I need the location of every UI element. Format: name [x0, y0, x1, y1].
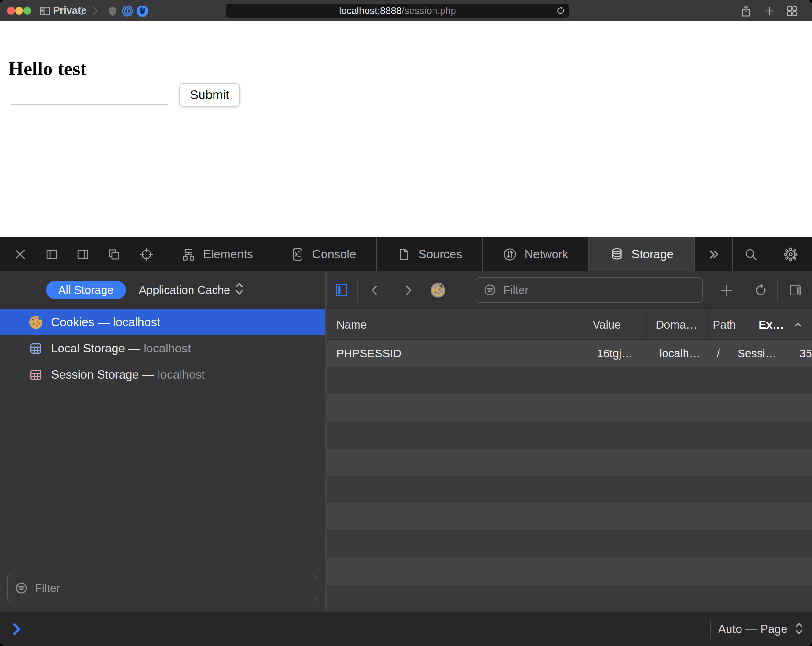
column-divider[interactable] — [585, 311, 585, 338]
tree-item-session-storage[interactable]: Session Storage — localhost — [0, 361, 325, 388]
cookies-table-panel: Name Value Doma… Path Ex… PHPSESSID — [327, 271, 812, 612]
chevron-up-down-icon — [235, 282, 244, 299]
storage-panel: All Storage Application Cache Cookies — … — [0, 271, 812, 612]
content-blocker-hand-icon[interactable] — [135, 4, 150, 18]
cell-path: / — [717, 340, 720, 367]
submit-button[interactable]: Submit — [179, 83, 240, 107]
cookie-icon — [28, 314, 44, 331]
reload-icon[interactable] — [556, 6, 565, 15]
table-empty-row — [327, 476, 812, 503]
minimize-window-button[interactable] — [15, 7, 23, 15]
tab-sources[interactable]: Sources — [376, 237, 482, 271]
new-tab-plus-icon[interactable] — [762, 4, 777, 18]
table-filter-input[interactable] — [503, 283, 702, 297]
inspector-tabbar: Elements Console Sources Network Storage — [0, 237, 812, 271]
address-bar[interactable]: localhost:8888/session.php — [226, 3, 569, 18]
filter-icon — [14, 581, 29, 595]
toolbar-divider — [708, 279, 708, 302]
cookie-icon — [426, 271, 450, 309]
cell-name: PHPSESSID — [336, 340, 401, 367]
cell-size: 35 — [800, 340, 812, 367]
tab-storage[interactable]: Storage — [588, 237, 694, 271]
settings-gear-icon[interactable] — [769, 237, 812, 271]
close-inspector-button[interactable] — [4, 237, 36, 271]
sidebar-icon[interactable] — [38, 4, 52, 18]
execution-context-picker[interactable]: Auto — Page — [710, 620, 804, 638]
bottombar-divider — [710, 620, 711, 638]
sidebar-toggle-icon[interactable] — [331, 271, 352, 309]
table-icon — [28, 367, 44, 383]
sidebar-filter-field[interactable] — [7, 575, 316, 601]
column-header-path[interactable]: Path — [713, 309, 736, 340]
undock-window-icon[interactable] — [98, 237, 130, 271]
tree-item-cookies[interactable]: Cookies — localhost — [0, 309, 325, 335]
column-divider[interactable] — [753, 311, 754, 338]
more-tabs-icon[interactable] — [694, 237, 733, 271]
share-icon[interactable] — [739, 4, 753, 18]
forward-chevron-icon[interactable] — [398, 271, 418, 309]
search-icon[interactable] — [733, 237, 769, 271]
application-cache-dropdown[interactable]: Application Cache — [139, 282, 244, 299]
storage-sidebar: All Storage Application Cache Cookies — … — [0, 271, 325, 612]
storage-tree: Cookies — localhost Local Storage — loca… — [0, 309, 325, 612]
table-filter-field[interactable] — [476, 277, 703, 303]
tab-label: Console — [312, 248, 356, 261]
zoom-window-button[interactable] — [23, 7, 31, 15]
url-host: localhost:8888 — [339, 5, 401, 16]
quick-console-bar[interactable]: Auto — Page — [0, 612, 812, 646]
column-divider[interactable] — [646, 311, 647, 338]
tab-network[interactable]: Network — [482, 237, 588, 271]
web-page-content: Hello test Submit — [0, 21, 812, 237]
close-window-button[interactable] — [7, 7, 15, 15]
sidebar-filter-input[interactable] — [34, 581, 316, 595]
cookie-row-phpsessid[interactable]: PHPSESSID 16tgj… localh… / Sessi… 35 — [327, 340, 812, 367]
cell-domain: localh… — [659, 340, 701, 367]
column-divider[interactable] — [708, 311, 709, 338]
column-header-name[interactable]: Name — [336, 309, 366, 340]
tree-item-local-storage[interactable]: Local Storage — localhost — [0, 335, 325, 361]
tab-label: Network — [524, 248, 568, 261]
cell-expires: Sessi… — [737, 340, 777, 367]
onepassword-extension-icon[interactable] — [121, 4, 134, 18]
table-empty-row — [327, 503, 812, 530]
tree-item-label: Local Storage — localhost — [51, 342, 191, 355]
table-empty-row — [327, 557, 812, 585]
dock-left-icon[interactable] — [36, 237, 67, 271]
column-header-domain[interactable]: Doma… — [656, 309, 697, 340]
toolbar-divider — [777, 279, 778, 302]
chevron-up-down-icon — [795, 622, 804, 637]
add-cookie-plus-icon[interactable] — [716, 271, 737, 309]
tab-overview-grid-icon[interactable] — [785, 4, 799, 18]
tree-item-label: Cookies — localhost — [51, 315, 160, 329]
forward-icon[interactable] — [88, 4, 102, 18]
all-storage-button[interactable]: All Storage — [46, 281, 126, 299]
tab-elements[interactable]: Elements — [164, 237, 270, 271]
refresh-icon[interactable] — [750, 271, 772, 309]
table-empty-row — [327, 367, 812, 394]
details-panel-toggle-icon[interactable] — [784, 271, 806, 309]
tab-label: Elements — [203, 248, 253, 261]
back-chevron-icon[interactable] — [364, 271, 385, 309]
cell-value: 16tgj… — [597, 340, 633, 367]
execution-context-label: Auto — Page — [718, 622, 788, 636]
column-header-expires[interactable]: Ex… — [759, 309, 784, 340]
table-empty-row — [327, 585, 812, 612]
element-picker-icon[interactable] — [130, 237, 164, 271]
url-path: /session.php — [402, 5, 456, 16]
filter-icon — [483, 283, 497, 297]
console-prompt-icon — [8, 621, 25, 638]
table-empty-row — [327, 530, 812, 557]
page-text-input[interactable] — [11, 85, 168, 105]
table-empty-row — [327, 421, 812, 449]
storage-scope-bar: All Storage Application Cache — [0, 271, 325, 309]
cookies-toolbar — [327, 271, 812, 309]
back-icon[interactable] — [73, 4, 87, 18]
tab-console[interactable]: Console — [270, 237, 376, 271]
safari-window: Private localhost:8888/session.php — [0, 0, 812, 646]
toolbar-divider — [357, 279, 358, 302]
sort-ascending-icon — [792, 309, 804, 340]
sidebar-resize-divider[interactable] — [325, 271, 327, 612]
column-header-value[interactable]: Value — [593, 309, 621, 340]
tree-item-label: Session Storage — localhost — [51, 368, 205, 381]
dock-right-icon[interactable] — [67, 237, 98, 271]
